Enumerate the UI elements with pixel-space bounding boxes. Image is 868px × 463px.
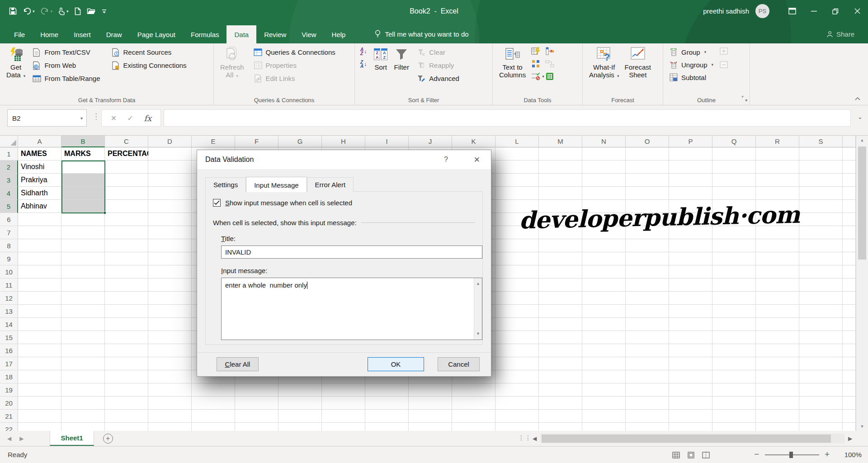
cell-P18[interactable] xyxy=(669,370,712,383)
cell-R10[interactable] xyxy=(756,265,799,279)
cell-B19[interactable] xyxy=(61,383,105,397)
cell-B15[interactable] xyxy=(61,331,105,344)
sort-descending-button[interactable]: ZA↓ xyxy=(360,60,367,68)
cell-D7[interactable] xyxy=(148,226,192,239)
cell-P8[interactable] xyxy=(669,239,712,252)
scroll-up-icon[interactable]: ▲ xyxy=(476,279,480,288)
cell-R18[interactable] xyxy=(756,370,799,383)
ribbon-tab-help[interactable]: Help xyxy=(324,25,354,43)
touch-mode-button[interactable]: ▾ xyxy=(58,7,69,15)
scroll-up-icon[interactable]: ▲ xyxy=(856,136,868,145)
cell-M14[interactable] xyxy=(539,318,582,331)
cell-S9[interactable] xyxy=(799,252,843,265)
redo-button[interactable]: ▾ xyxy=(41,8,53,15)
dialog-tab-settings[interactable]: Settings xyxy=(205,177,246,192)
consolidate-button[interactable] xyxy=(531,59,544,68)
sheet-nav-left-icon[interactable]: ◀ xyxy=(7,435,11,442)
cell-R19[interactable] xyxy=(756,383,799,397)
cell-M11[interactable] xyxy=(539,279,582,292)
cell-L2[interactable] xyxy=(495,161,539,174)
hide-detail-icon[interactable] xyxy=(719,60,728,69)
cell-R8[interactable] xyxy=(756,239,799,252)
ribbon-tab-file[interactable]: File xyxy=(6,25,33,43)
cell-K21[interactable] xyxy=(452,410,495,423)
cell-P17[interactable] xyxy=(669,357,712,370)
cell-A8[interactable] xyxy=(18,239,61,252)
cell-D17[interactable] xyxy=(148,357,192,370)
ungroup-button[interactable]: Ungroup▾ xyxy=(667,58,716,71)
cell-partial-1[interactable] xyxy=(843,147,856,161)
cell-M21[interactable] xyxy=(539,410,582,423)
cell-S16[interactable] xyxy=(799,344,843,357)
cell-N20[interactable] xyxy=(582,397,626,410)
cell-S7[interactable] xyxy=(799,226,843,239)
cell-A9[interactable] xyxy=(18,252,61,265)
cell-C2[interactable] xyxy=(105,161,148,174)
show-input-message-checkbox-row[interactable]: Show input message when cell is selected xyxy=(213,199,475,207)
cell-O12[interactable] xyxy=(626,292,669,305)
view-page-break-icon[interactable] xyxy=(702,452,710,458)
cell-Q12[interactable] xyxy=(712,292,756,305)
cell-C9[interactable] xyxy=(105,252,148,265)
cell-P9[interactable] xyxy=(669,252,712,265)
ribbon-tab-formulas[interactable]: Formulas xyxy=(183,25,227,43)
cell-E22[interactable] xyxy=(192,423,235,431)
group-button[interactable]: Group▾ xyxy=(667,46,716,58)
column-header-G[interactable]: G xyxy=(278,136,322,147)
cell-A13[interactable] xyxy=(18,305,61,318)
cell-R16[interactable] xyxy=(756,344,799,357)
cell-M20[interactable] xyxy=(539,397,582,410)
cell-C21[interactable] xyxy=(105,410,148,423)
cell-A7[interactable] xyxy=(18,226,61,239)
cell-N13[interactable] xyxy=(582,305,626,318)
column-header-R[interactable]: R xyxy=(756,136,799,147)
cell-O21[interactable] xyxy=(626,410,669,423)
cell-G22[interactable] xyxy=(278,423,322,431)
cell-K22[interactable] xyxy=(452,423,495,431)
cell-N21[interactable] xyxy=(582,410,626,423)
ribbon-tab-draw[interactable]: Draw xyxy=(99,25,130,43)
cell-D6[interactable] xyxy=(148,213,192,226)
clear-filter-button[interactable]: Clear xyxy=(415,46,462,59)
cell-Q22[interactable] xyxy=(712,423,756,431)
open-folder-button[interactable] xyxy=(87,8,96,15)
checkbox-checked[interactable] xyxy=(213,199,221,207)
undo-dropdown-icon[interactable]: ▾ xyxy=(33,9,35,14)
row-header-12[interactable]: 12 xyxy=(0,292,18,305)
cell-C1[interactable]: PERCENTAGE xyxy=(105,147,148,161)
cell-Q20[interactable] xyxy=(712,397,756,410)
column-header-S[interactable]: S xyxy=(799,136,843,147)
cell-partial-14[interactable] xyxy=(843,318,856,331)
cell-H22[interactable] xyxy=(322,423,365,431)
new-sheet-button[interactable]: + xyxy=(103,434,113,444)
cell-O18[interactable] xyxy=(626,370,669,383)
cell-partial-11[interactable] xyxy=(843,279,856,292)
cell-N19[interactable] xyxy=(582,383,626,397)
cell-B9[interactable] xyxy=(61,252,105,265)
cell-S21[interactable] xyxy=(799,410,843,423)
undo-button[interactable]: ▾ xyxy=(23,8,35,15)
column-header-L[interactable]: L xyxy=(495,136,539,147)
cell-S20[interactable] xyxy=(799,397,843,410)
cell-C3[interactable] xyxy=(105,174,148,187)
ribbon-tab-insert[interactable]: Insert xyxy=(66,25,99,43)
save-button[interactable] xyxy=(9,7,17,15)
cell-partial-22[interactable] xyxy=(843,423,856,431)
cell-D10[interactable] xyxy=(148,265,192,279)
scroll-down-icon[interactable]: ▼ xyxy=(476,330,480,338)
cell-M4[interactable] xyxy=(539,187,582,200)
column-header-D[interactable]: D xyxy=(148,136,192,147)
cell-P11[interactable] xyxy=(669,279,712,292)
cell-B13[interactable] xyxy=(61,305,105,318)
cell-R15[interactable] xyxy=(756,331,799,344)
cancel-entry-icon[interactable]: ✕ xyxy=(111,114,117,123)
cell-L14[interactable] xyxy=(495,318,539,331)
cell-F22[interactable] xyxy=(235,423,278,431)
restore-button[interactable] xyxy=(825,0,846,22)
row-header-4[interactable]: 4 xyxy=(0,187,18,200)
cell-L20[interactable] xyxy=(495,397,539,410)
cell-M1[interactable] xyxy=(539,147,582,161)
cell-L12[interactable] xyxy=(495,292,539,305)
cell-partial-12[interactable] xyxy=(843,292,856,305)
cell-E21[interactable] xyxy=(192,410,235,423)
